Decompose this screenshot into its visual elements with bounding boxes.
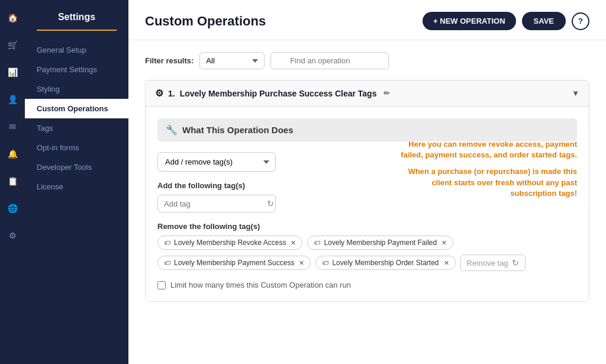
sidebar-nav: General Setup Payment Settings Styling C… xyxy=(25,40,128,197)
operation-icon: ⚙ xyxy=(155,88,163,99)
top-actions: + NEW OPERATION SAVE ? xyxy=(423,12,589,30)
add-tags-section: Add the following tag(s) ↻ xyxy=(157,181,577,212)
chart-icon[interactable]: 📊 xyxy=(4,64,21,80)
limit-label: Limit how many times this Custom Operati… xyxy=(170,281,351,289)
operation-body: 🔧 What This Operation Does Here you can … xyxy=(146,107,589,301)
tag-chip-label-order-started: Lovely Membership Order Started xyxy=(332,259,439,267)
tag-chip-icon-revoke: 🏷 xyxy=(164,239,170,246)
operation-number: 1. xyxy=(168,89,175,98)
page-title: Custom Operations xyxy=(145,14,266,29)
main-panel: Custom Operations + NEW OPERATION SAVE ?… xyxy=(128,0,606,364)
filter-select[interactable]: All xyxy=(199,52,265,69)
help-button[interactable]: ? xyxy=(572,12,589,30)
network-icon[interactable]: 🌐 xyxy=(4,200,21,217)
search-wrapper: 🔍 xyxy=(270,52,389,69)
add-tag-refresh-icon[interactable]: ↻ xyxy=(267,199,274,208)
tag-chip-payment-failed: 🏷 Lovely Membership Payment Failed ✕ xyxy=(307,236,453,250)
list-icon[interactable]: 📋 xyxy=(4,173,21,189)
content-area: Filter results: All 🔍 ⚙ 1. Lovely Member… xyxy=(128,40,606,364)
mail-icon[interactable]: ✉ xyxy=(4,118,21,135)
tag-chip-remove-payment-failed[interactable]: ✕ xyxy=(441,239,447,247)
tag-chip-order-started: 🏷 Lovely Membership Order Started ✕ xyxy=(315,256,455,270)
operation-card: ⚙ 1. Lovely Membership Purchase Success … xyxy=(145,80,589,302)
tag-chip-label-payment-success: Lovely Membership Payment Success xyxy=(174,259,294,267)
tag-chip-label-revoke: Lovely Membership Revoke Access xyxy=(174,239,286,247)
remove-tags-section: Remove the following tag(s) 🏷 Lovely Mem… xyxy=(157,222,577,271)
operation-name: Lovely Membership Purchase Success Clear… xyxy=(180,89,377,98)
limit-checkbox-row: Limit how many times this Custom Operati… xyxy=(157,281,577,289)
remove-tag-refresh-icon[interactable]: ↻ xyxy=(512,258,519,268)
add-tag-input[interactable] xyxy=(164,199,263,208)
user-icon[interactable]: 👤 xyxy=(4,91,21,108)
sidebar-item-payment-settings[interactable]: Payment Settings xyxy=(25,60,128,79)
top-bar: Custom Operations + NEW OPERATION SAVE ? xyxy=(128,0,606,40)
sidebar-item-tags[interactable]: Tags xyxy=(25,118,128,138)
chevron-down-icon[interactable]: ▼ xyxy=(572,89,579,98)
sidebar-item-general-setup[interactable]: General Setup xyxy=(25,40,128,60)
shop-icon[interactable]: 🛒 xyxy=(4,37,21,53)
operation-header[interactable]: ⚙ 1. Lovely Membership Purchase Success … xyxy=(146,80,589,107)
add-tags-label: Add the following tag(s) xyxy=(157,181,577,190)
home-icon[interactable]: 🏠 xyxy=(4,9,21,26)
tag-chip-remove-payment-success[interactable]: ✕ xyxy=(299,259,304,267)
section-title-bar: 🔧 What This Operation Does xyxy=(157,118,577,141)
edit-icon[interactable]: ✏ xyxy=(383,89,390,98)
save-button[interactable]: SAVE xyxy=(522,12,566,30)
sidebar-item-developer-tools[interactable]: Developer Tools xyxy=(25,157,128,177)
action-select-wrap: Add / remove tag(s) xyxy=(157,152,577,172)
tags-chips-row: 🏷 Lovely Membership Revoke Access ✕ 🏷 Lo… xyxy=(157,236,577,271)
wrench-icon: 🔧 xyxy=(166,124,178,136)
gear-icon[interactable]: ⚙ xyxy=(4,227,21,244)
filter-row: Filter results: All 🔍 xyxy=(145,52,589,69)
sidebar-item-styling[interactable]: Styling xyxy=(25,79,128,99)
sidebar-item-custom-operations[interactable]: Custom Operations xyxy=(25,99,128,118)
limit-checkbox[interactable] xyxy=(157,281,166,289)
filter-label: Filter results: xyxy=(145,56,194,65)
tag-chip-label-payment-failed: Lovely Membership Payment Failed xyxy=(324,239,437,247)
remove-tag-placeholder: Remove tag xyxy=(467,259,508,268)
section-title: What This Operation Does xyxy=(182,125,294,135)
tag-chip-remove-order-started[interactable]: ✕ xyxy=(444,259,449,267)
new-operation-button[interactable]: + NEW OPERATION xyxy=(423,12,515,30)
icon-bar: 🏠 🛒 📊 👤 ✉ 🔔 📋 🌐 ⚙ xyxy=(0,0,25,364)
tag-chip-icon-payment-success: 🏷 xyxy=(164,259,170,266)
sidebar-title: Settings xyxy=(37,12,117,31)
sidebar-item-opt-in-forms[interactable]: Opt-in forms xyxy=(25,138,128,157)
remove-tag-input-wrap: Remove tag ↻ xyxy=(460,255,526,271)
search-input[interactable] xyxy=(270,52,389,69)
add-tag-input-wrap: ↻ xyxy=(157,195,276,212)
tag-chip-icon-payment-failed: 🏷 xyxy=(314,239,320,246)
bell-icon[interactable]: 🔔 xyxy=(4,146,21,162)
tag-chip-remove-revoke[interactable]: ✕ xyxy=(291,239,296,247)
action-select[interactable]: Add / remove tag(s) xyxy=(157,152,276,172)
tag-chip-payment-success: 🏷 Lovely Membership Payment Success ✕ xyxy=(157,256,311,270)
sidebar-item-license[interactable]: License xyxy=(25,177,128,197)
tag-chip-icon-order-started: 🏷 xyxy=(322,259,328,266)
remove-tags-label: Remove the following tag(s) xyxy=(157,222,577,231)
operation-header-left: ⚙ 1. Lovely Membership Purchase Success … xyxy=(155,88,390,99)
tag-chip-revoke: 🏷 Lovely Membership Revoke Access ✕ xyxy=(157,236,302,250)
sidebar: Settings General Setup Payment Settings … xyxy=(25,0,128,364)
